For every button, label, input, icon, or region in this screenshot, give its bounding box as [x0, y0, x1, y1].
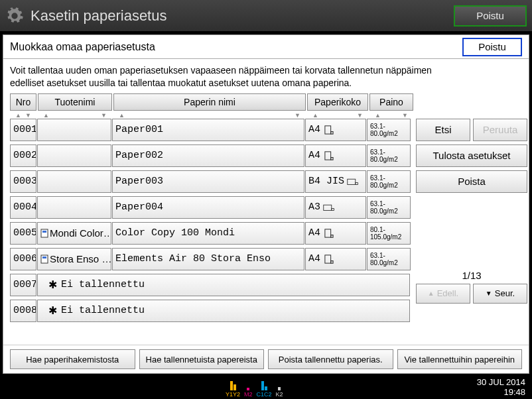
cell-brand: [37, 196, 111, 219]
app-title: Kasetin paperiasetus: [31, 7, 454, 25]
time: 19:48: [477, 388, 525, 398]
svg-rect-6: [325, 229, 331, 237]
fetch-saved-button[interactable]: Hae tallennetuista papereista: [139, 349, 265, 369]
column-headers: Nro Tuotenimi Paperin nimi Paperikoko Pa…: [3, 93, 529, 111]
cell-weight: 63.1-80.0g/m2: [367, 119, 411, 141]
cell-weight: 63.1-80.0g/m2: [367, 196, 411, 219]
cell-number: 0003: [10, 170, 36, 193]
sort-arrows[interactable]: ▲▼: [10, 112, 36, 119]
print-settings-button[interactable]: Tulosta asetukset: [416, 144, 527, 167]
datetime: 30 JUL 2014 19:48: [477, 378, 525, 398]
sort-arrows[interactable]: ▲▼: [369, 112, 413, 119]
gear-icon: [5, 7, 24, 25]
panel-exit-button[interactable]: Poistu: [462, 38, 522, 56]
cell-paper-size: A4: [305, 144, 366, 167]
cell-paper-name: Paper004: [112, 196, 304, 219]
cancel-button[interactable]: Peruuta: [473, 119, 527, 141]
page-number: 1/13: [416, 270, 527, 281]
cell-brand: [37, 144, 111, 167]
cell-paper-size: A3: [305, 196, 366, 219]
cell-brand: [37, 119, 111, 141]
toner-C1C2: C1C2: [257, 378, 272, 398]
statusbar: Y1Y2M2C1C2K2 30 JUL 2014 19:48: [0, 376, 532, 399]
table-row[interactable]: 0002Paper002A463.1-80.0g/m2: [10, 144, 411, 167]
search-button[interactable]: Etsi: [416, 119, 470, 141]
cell-number: 0005: [10, 222, 36, 245]
header-paperikoko[interactable]: Paperikoko: [307, 93, 368, 111]
cell-paper-size: A4: [305, 248, 366, 270]
cell-number: 0006: [10, 248, 36, 270]
svg-rect-5: [42, 231, 46, 233]
svg-rect-0: [325, 126, 331, 134]
header-nro[interactable]: Nro: [10, 93, 36, 111]
toner-levels: Y1Y2M2C1C2K2: [226, 378, 283, 398]
table-row[interactable]: 0005Mondi Color…Color Copy 100 MondiA480…: [10, 222, 411, 245]
paper-rows: 0001Paper001A463.1-80.0g/m20002Paper002A…: [10, 119, 411, 325]
table-row[interactable]: 0001Paper001A463.1-80.0g/m2: [10, 119, 411, 141]
title-exit-button[interactable]: Poistu: [454, 5, 527, 27]
cell-paper-name: Paper002: [112, 144, 304, 167]
panel-header: Muokkaa omaa paperiasetusta Poistu: [3, 35, 529, 59]
cell-brand: Stora Enso …: [37, 248, 111, 270]
next-page-button[interactable]: ▼Seur.: [473, 284, 527, 304]
pager: 1/13 ▲Edell. ▼Seur.: [416, 270, 527, 304]
info-line-2: edelliset asetukset uusilla tai tallenta…: [10, 77, 522, 89]
cell-number: 0004: [10, 196, 36, 219]
header-paperin-nimi[interactable]: Paperin nimi: [113, 93, 306, 111]
toner-K2: K2: [276, 378, 283, 398]
cell-number: 0002: [10, 144, 36, 167]
cell-paper-size: B4 JIS: [305, 170, 366, 193]
panel-title: Muokkaa omaa paperiasetusta: [10, 41, 462, 53]
svg-rect-7: [41, 255, 48, 263]
toner-Y1Y2: Y1Y2: [226, 378, 240, 398]
svg-rect-4: [41, 229, 48, 237]
cell-number: 0007: [10, 274, 36, 296]
cell-weight: 80.1-105.0g/m2: [367, 222, 411, 245]
asterisk-icon: ✱: [48, 278, 57, 291]
cell-number: 0008: [10, 300, 36, 322]
cell-brand: [37, 170, 111, 193]
svg-rect-8: [42, 256, 46, 258]
cell-weight: 63.1-80.0g/m2: [367, 144, 411, 167]
main-panel: Muokkaa omaa paperiasetusta Poistu Voit …: [3, 34, 529, 374]
header-tuotenimi[interactable]: Tuotenimi: [38, 93, 112, 111]
toner-M2: M2: [244, 378, 253, 398]
table-row[interactable]: 0004Paper004A363.1-80.0g/m2: [10, 196, 411, 219]
date: 30 JUL 2014: [477, 378, 525, 388]
info-line-1: Voit tallentaa uuden oman paperiasetukse…: [10, 64, 522, 77]
svg-rect-9: [325, 255, 331, 263]
table-row[interactable]: 0003Paper003B4 JIS63.1-80.0g/m2: [10, 170, 411, 193]
sort-arrows[interactable]: ▲▼: [307, 112, 368, 119]
info-text: Voit tallentaa uuden oman paperiasetukse…: [3, 59, 529, 93]
svg-rect-1: [325, 152, 331, 160]
export-saved-button[interactable]: Vie tallennettuihin papereihin: [397, 349, 523, 369]
cell-paper-name: Paper003: [112, 170, 304, 193]
cell-paper-name: Paper001: [112, 119, 304, 141]
cell-paper-name: Elements Air 80 Stora Enso: [112, 248, 304, 270]
delete-saved-button[interactable]: Poista tallennettu paperias.: [268, 349, 393, 369]
sort-arrows[interactable]: ▲▼: [113, 112, 306, 119]
cell-weight: 63.1-80.0g/m2: [367, 248, 411, 270]
cell-paper-size: A4: [305, 119, 366, 141]
cell-notstored: ✱Ei tallennettu: [37, 274, 410, 296]
cell-number: 0001: [10, 119, 36, 141]
fetch-directory-button[interactable]: Hae paperihakemistosta: [10, 349, 135, 369]
asterisk-icon: ✱: [48, 304, 57, 317]
svg-rect-3: [324, 205, 332, 210]
bottom-buttons: Hae paperihakemistosta Hae tallennetuist…: [3, 345, 529, 373]
table-row[interactable]: 0006Stora Enso …Elements Air 80 Stora En…: [10, 248, 411, 270]
svg-rect-2: [348, 179, 356, 184]
cell-paper-name: Color Copy 100 Mondi: [112, 222, 304, 245]
header-paino[interactable]: Paino: [369, 93, 413, 111]
cell-brand: Mondi Color…: [37, 222, 111, 245]
titlebar: Kasetin paperiasetus Poistu: [0, 0, 532, 32]
delete-button[interactable]: Poista: [416, 170, 527, 193]
table-row[interactable]: 0007✱Ei tallennettu: [10, 274, 411, 296]
table-row[interactable]: 0008✱Ei tallennettu: [10, 300, 411, 322]
sort-arrows-row: ▲▼ ▲▼ ▲▼ ▲▼ ▲▼: [3, 111, 529, 119]
cell-paper-size: A4: [305, 222, 366, 245]
cell-notstored: ✱Ei tallennettu: [37, 300, 410, 322]
prev-page-button[interactable]: ▲Edell.: [416, 284, 470, 304]
side-buttons: Etsi Peruuta Tulosta asetukset Poista 1/…: [416, 119, 527, 325]
sort-arrows[interactable]: ▲▼: [38, 112, 112, 119]
